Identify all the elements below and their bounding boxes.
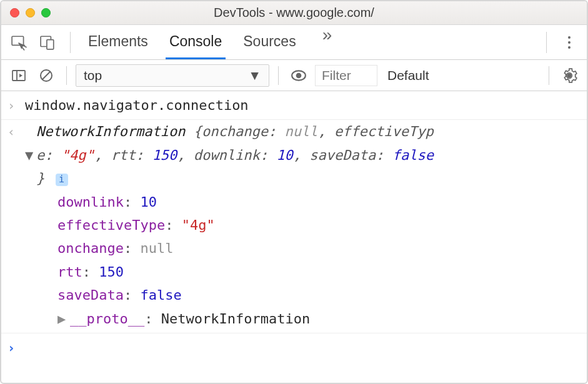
expand-arrow-icon[interactable]: ▶ <box>57 307 70 330</box>
divider <box>546 32 547 53</box>
svg-rect-0 <box>12 36 23 45</box>
property-row[interactable]: effectiveType: "4g" <box>57 214 581 237</box>
kebab-menu-icon[interactable] <box>557 36 582 49</box>
toggle-sidebar-icon[interactable] <box>7 64 30 87</box>
svg-point-8 <box>296 72 302 78</box>
live-expression-icon[interactable] <box>287 64 310 87</box>
chevron-down-icon: ▼ <box>248 68 261 83</box>
title-bar: DevTools - www.google.com/ <box>1 1 587 25</box>
panel-tabs: Elements Console Sources » <box>84 25 341 59</box>
svg-marker-5 <box>19 74 22 77</box>
property-row[interactable]: downlink: 10 <box>57 190 581 214</box>
property-row[interactable]: saveData: false <box>57 283 581 307</box>
device-toggle-icon[interactable] <box>35 30 60 55</box>
object-type: NetworkInformation <box>36 124 185 139</box>
tab-sources[interactable]: Sources <box>239 25 299 59</box>
expand-arrow-icon[interactable]: ▼ <box>25 144 36 167</box>
info-badge-icon[interactable]: i <box>56 174 68 186</box>
filter-input[interactable] <box>315 65 377 86</box>
inspect-element-icon[interactable] <box>6 30 31 55</box>
divider <box>70 32 71 53</box>
console-output-row[interactable]: ‹ ▼NetworkInformation {onchange: null, e… <box>1 120 587 333</box>
console-toolbar: top ▼ Default <box>1 60 587 91</box>
log-level-selector[interactable]: Default <box>382 68 434 83</box>
settings-gear-icon[interactable] <box>558 64 581 87</box>
input-marker-icon: › <box>7 94 25 116</box>
object-summary[interactable]: ▼NetworkInformation {onchange: null, eff… <box>25 120 581 190</box>
tabs-bar: Elements Console Sources » <box>1 25 587 60</box>
svg-line-7 <box>42 71 51 79</box>
proto-row[interactable]: ▶__proto__: NetworkInformation <box>25 307 581 330</box>
console-input-text: window.navigator.connection <box>25 94 581 117</box>
prompt-marker-icon: › <box>7 336 25 358</box>
zoom-window-button[interactable] <box>41 8 51 17</box>
clear-console-icon[interactable] <box>35 64 57 87</box>
divider <box>549 66 549 85</box>
svg-point-9 <box>567 73 572 77</box>
context-label: top <box>84 68 102 83</box>
svg-rect-2 <box>47 39 54 49</box>
console-prompt[interactable]: › <box>1 333 587 360</box>
console-body: › window.navigator.connection ‹ ▼Network… <box>1 91 587 362</box>
svg-rect-3 <box>12 71 25 81</box>
divider <box>66 66 67 85</box>
tabs-overflow-button[interactable]: » <box>314 25 341 59</box>
window-title: DevTools - www.google.com/ <box>1 6 587 20</box>
minimize-window-button[interactable] <box>26 8 35 17</box>
property-row[interactable]: rtt: 150 <box>57 260 581 283</box>
object-properties: downlink: 10 effectiveType: "4g" onchang… <box>25 190 581 307</box>
tab-console[interactable]: Console <box>166 25 226 59</box>
close-window-button[interactable] <box>10 8 19 17</box>
console-input-row[interactable]: › window.navigator.connection <box>1 94 587 120</box>
property-row[interactable]: onchange: null <box>57 237 581 260</box>
output-marker-icon: ‹ <box>7 120 25 142</box>
window-controls <box>10 8 51 17</box>
tab-elements[interactable]: Elements <box>84 25 152 59</box>
context-selector[interactable]: top ▼ <box>76 64 269 87</box>
divider <box>278 66 279 85</box>
